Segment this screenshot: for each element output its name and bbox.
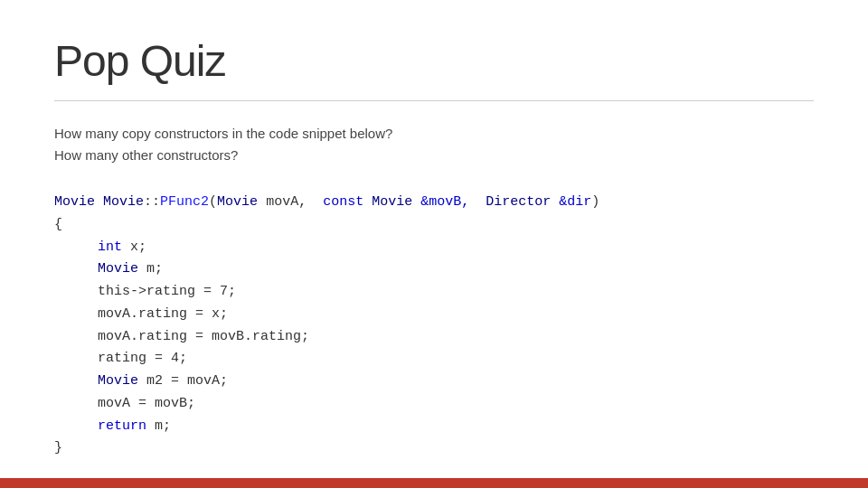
main-content: Pop Quiz How many copy constructors in t… [0,0,868,478]
title-divider [54,100,814,101]
code-line-6: rating = 4; [54,348,814,371]
code-close-brace: } [54,437,814,460]
code-line-2: Movie m; [54,258,814,281]
code-line-3: this->rating = 7; [54,281,814,304]
code-block: Movie Movie::PFunc2(Movie movA, const Mo… [54,192,814,460]
question-1: How many copy constructors in the code s… [54,123,814,145]
code-open-brace: { [54,214,814,237]
code-line-8: movA = movB; [54,393,814,416]
slide-container: Pop Quiz How many copy constructors in t… [0,0,868,488]
questions-block: How many copy constructors in the code s… [54,123,814,166]
bottom-bar [0,478,868,488]
question-2: How many other constructors? [54,145,814,166]
code-signature: Movie Movie::PFunc2(Movie movA, const Mo… [54,192,814,214]
code-line-5: movA.rating = movB.rating; [54,326,814,349]
code-line-9: return m; [54,416,814,438]
slide-title: Pop Quiz [54,36,814,86]
code-line-7: Movie m2 = movA; [54,371,814,393]
code-line-1: int x; [54,237,814,259]
code-line-4: movA.rating = x; [54,304,814,326]
